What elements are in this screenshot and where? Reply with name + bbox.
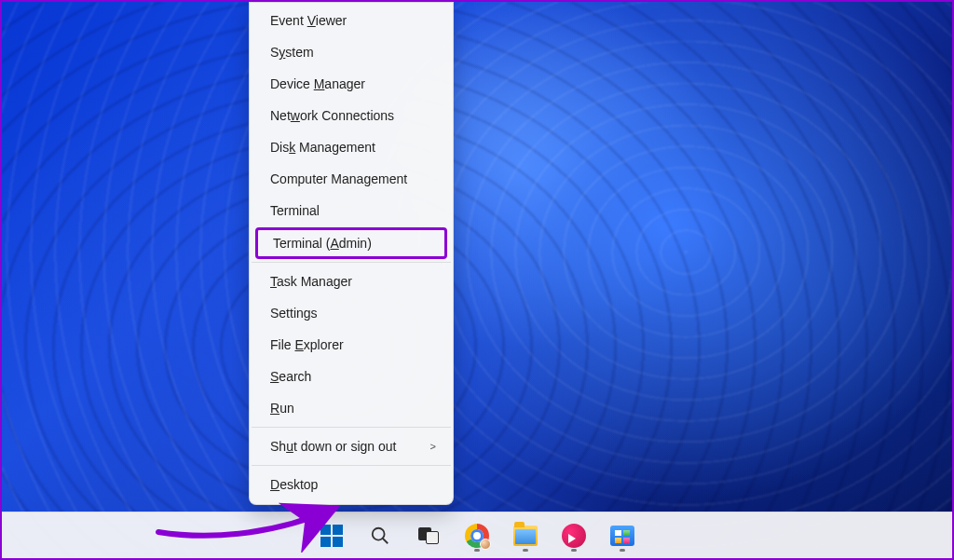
menu-item-terminal[interactable]: Terminal [250,195,453,226]
menu-item-computer-management[interactable]: Computer Management [250,163,453,195]
running-indicator [474,549,480,552]
search-icon [370,526,390,546]
media-app-icon [562,524,586,548]
menu-item-label: Disk Management [270,140,375,155]
menu-separator [252,427,451,428]
winx-context-menu: Event ViewerSystemDevice ManagerNetwork … [249,2,454,505]
desktop-wallpaper-pattern [2,2,952,558]
menu-item-label: Settings [270,306,318,321]
menu-item-disk-management[interactable]: Disk Management [250,131,453,163]
menu-item-search[interactable]: Search [250,361,453,392]
menu-item-system[interactable]: System [250,36,453,68]
menu-item-label: Network Connections [270,108,394,123]
menu-item-file-explorer[interactable]: File Explorer [250,329,453,361]
menu-item-label: Task Manager [270,274,352,289]
menu-item-label: Desktop [270,477,318,492]
control-panel-icon [610,526,634,546]
menu-separator [252,465,451,466]
menu-item-label: Run [270,401,294,416]
running-indicator [523,549,528,552]
menu-item-shutdown[interactable]: Shut down or sign out> [250,430,453,462]
windows-logo-icon [320,524,344,548]
taskbar-search-button[interactable] [361,517,399,554]
menu-item-network-connections[interactable]: Network Connections [250,100,453,131]
svg-rect-2 [320,537,331,547]
menu-item-label: Terminal [270,203,320,218]
task-view-icon [418,527,439,544]
menu-separator [252,262,451,263]
profile-badge-icon [480,539,491,550]
menu-item-device-manager[interactable]: Device Manager [250,68,453,100]
menu-item-run[interactable]: Run [250,392,453,424]
svg-rect-3 [333,537,343,547]
taskbar [2,512,952,558]
menu-item-label: Terminal (Admin) [273,236,372,251]
svg-line-5 [383,538,388,543]
chrome-icon [465,524,489,548]
svg-point-4 [373,527,385,540]
start-button[interactable] [313,517,350,554]
menu-item-label: Shut down or sign out [270,439,396,454]
chevron-right-icon: > [430,441,436,452]
menu-item-task-manager[interactable]: Task Manager [250,266,453,297]
svg-rect-1 [333,525,343,535]
menu-item-settings[interactable]: Settings [250,297,453,329]
task-view-button[interactable] [410,517,447,554]
menu-item-label: Search [270,369,311,384]
menu-item-event-viewer[interactable]: Event Viewer [250,5,453,36]
menu-item-label: System [270,45,314,60]
menu-item-label: Computer Management [270,171,407,186]
menu-item-desktop[interactable]: Desktop [250,469,453,500]
running-indicator [620,549,625,552]
menu-item-label: File Explorer [270,337,344,352]
menu-item-label: Event Viewer [270,13,347,28]
file-explorer-icon [513,526,538,546]
svg-rect-0 [320,525,331,535]
running-indicator [571,549,577,552]
menu-item-terminal-admin[interactable]: Terminal (Admin) [255,227,447,259]
menu-item-label: Device Manager [270,76,365,91]
